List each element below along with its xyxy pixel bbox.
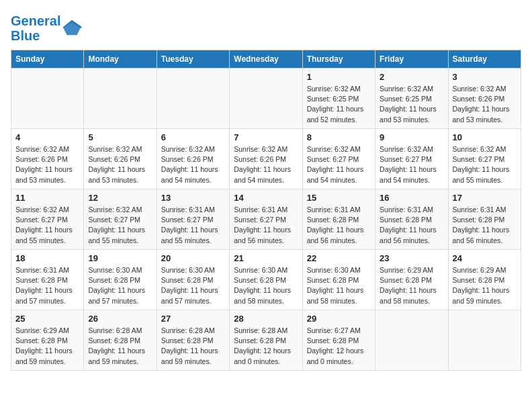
calendar-cell: 12Sunrise: 6:32 AM Sunset: 6:27 PM Dayli… xyxy=(84,189,157,250)
day-number: 1 xyxy=(307,72,371,82)
column-header-friday: Friday xyxy=(375,50,448,68)
calendar-cell xyxy=(157,68,229,129)
calendar-cell xyxy=(11,68,84,129)
column-header-wednesday: Wednesday xyxy=(230,50,302,68)
calendar-cell: 2Sunrise: 6:32 AM Sunset: 6:25 PM Daylig… xyxy=(375,68,448,129)
calendar-cell xyxy=(375,310,448,371)
day-detail: Sunrise: 6:30 AM Sunset: 6:28 PM Dayligh… xyxy=(88,265,152,306)
day-detail: Sunrise: 6:32 AM Sunset: 6:25 PM Dayligh… xyxy=(307,84,371,125)
calendar-header-row: SundayMondayTuesdayWednesdayThursdayFrid… xyxy=(11,50,521,68)
day-number: 12 xyxy=(88,193,152,203)
column-header-monday: Monday xyxy=(84,50,157,68)
day-detail: Sunrise: 6:29 AM Sunset: 6:28 PM Dayligh… xyxy=(15,326,79,367)
logo-text: General Blue xyxy=(11,13,60,43)
day-number: 18 xyxy=(15,253,79,263)
day-detail: Sunrise: 6:32 AM Sunset: 6:27 PM Dayligh… xyxy=(380,144,443,185)
calendar-table: SundayMondayTuesdayWednesdayThursdayFrid… xyxy=(11,50,521,371)
logo-icon xyxy=(63,19,82,38)
calendar-cell: 10Sunrise: 6:32 AM Sunset: 6:27 PM Dayli… xyxy=(448,129,521,189)
day-number: 25 xyxy=(15,314,79,324)
calendar-cell: 25Sunrise: 6:29 AM Sunset: 6:28 PM Dayli… xyxy=(11,310,84,371)
calendar-cell: 23Sunrise: 6:29 AM Sunset: 6:28 PM Dayli… xyxy=(375,250,448,310)
day-detail: Sunrise: 6:32 AM Sunset: 6:27 PM Dayligh… xyxy=(453,144,517,185)
day-number: 23 xyxy=(380,253,443,263)
day-detail: Sunrise: 6:28 AM Sunset: 6:28 PM Dayligh… xyxy=(161,326,225,367)
day-detail: Sunrise: 6:32 AM Sunset: 6:27 PM Dayligh… xyxy=(307,144,371,185)
day-number: 9 xyxy=(380,132,443,142)
day-detail: Sunrise: 6:32 AM Sunset: 6:26 PM Dayligh… xyxy=(15,144,79,185)
day-detail: Sunrise: 6:31 AM Sunset: 6:28 PM Dayligh… xyxy=(15,265,79,306)
day-number: 3 xyxy=(453,72,517,82)
calendar-cell: 28Sunrise: 6:28 AM Sunset: 6:28 PM Dayli… xyxy=(230,310,302,371)
day-detail: Sunrise: 6:31 AM Sunset: 6:28 PM Dayligh… xyxy=(453,205,517,246)
day-number: 22 xyxy=(307,253,371,263)
calendar-cell: 5Sunrise: 6:32 AM Sunset: 6:26 PM Daylig… xyxy=(84,129,157,189)
calendar-week-row: 1Sunrise: 6:32 AM Sunset: 6:25 PM Daylig… xyxy=(11,68,521,129)
day-detail: Sunrise: 6:27 AM Sunset: 6:28 PM Dayligh… xyxy=(307,326,371,367)
day-detail: Sunrise: 6:31 AM Sunset: 6:27 PM Dayligh… xyxy=(234,205,298,246)
column-header-saturday: Saturday xyxy=(448,50,521,68)
day-number: 20 xyxy=(161,253,225,263)
calendar-cell: 6Sunrise: 6:32 AM Sunset: 6:26 PM Daylig… xyxy=(157,129,229,189)
calendar-cell xyxy=(230,68,302,129)
column-header-tuesday: Tuesday xyxy=(157,50,229,68)
day-detail: Sunrise: 6:30 AM Sunset: 6:28 PM Dayligh… xyxy=(234,265,298,306)
calendar-week-row: 4Sunrise: 6:32 AM Sunset: 6:26 PM Daylig… xyxy=(11,129,521,189)
day-number: 26 xyxy=(88,314,152,324)
day-number: 14 xyxy=(234,193,298,203)
calendar-cell: 11Sunrise: 6:32 AM Sunset: 6:27 PM Dayli… xyxy=(11,189,84,250)
calendar-cell: 29Sunrise: 6:27 AM Sunset: 6:28 PM Dayli… xyxy=(302,310,375,371)
calendar-cell: 1Sunrise: 6:32 AM Sunset: 6:25 PM Daylig… xyxy=(302,68,375,129)
day-detail: Sunrise: 6:29 AM Sunset: 6:28 PM Dayligh… xyxy=(380,265,443,306)
calendar-cell: 26Sunrise: 6:28 AM Sunset: 6:28 PM Dayli… xyxy=(84,310,157,371)
calendar-week-row: 18Sunrise: 6:31 AM Sunset: 6:28 PM Dayli… xyxy=(11,250,521,310)
calendar-cell: 18Sunrise: 6:31 AM Sunset: 6:28 PM Dayli… xyxy=(11,250,84,310)
header: General Blue xyxy=(11,11,521,43)
day-detail: Sunrise: 6:28 AM Sunset: 6:28 PM Dayligh… xyxy=(234,326,298,367)
day-detail: Sunrise: 6:30 AM Sunset: 6:28 PM Dayligh… xyxy=(307,265,371,306)
day-number: 11 xyxy=(15,193,79,203)
calendar-cell xyxy=(448,310,521,371)
calendar-cell: 19Sunrise: 6:30 AM Sunset: 6:28 PM Dayli… xyxy=(84,250,157,310)
day-number: 19 xyxy=(88,253,152,263)
day-number: 8 xyxy=(307,132,371,142)
day-number: 4 xyxy=(15,132,79,142)
day-detail: Sunrise: 6:32 AM Sunset: 6:26 PM Dayligh… xyxy=(453,84,517,125)
calendar-cell: 8Sunrise: 6:32 AM Sunset: 6:27 PM Daylig… xyxy=(302,129,375,189)
calendar-cell: 4Sunrise: 6:32 AM Sunset: 6:26 PM Daylig… xyxy=(11,129,84,189)
day-detail: Sunrise: 6:32 AM Sunset: 6:25 PM Dayligh… xyxy=(380,84,443,125)
calendar-cell xyxy=(84,68,157,129)
day-detail: Sunrise: 6:30 AM Sunset: 6:28 PM Dayligh… xyxy=(161,265,225,306)
calendar-cell: 17Sunrise: 6:31 AM Sunset: 6:28 PM Dayli… xyxy=(448,189,521,250)
day-number: 13 xyxy=(161,193,225,203)
day-number: 6 xyxy=(161,132,225,142)
calendar-cell: 3Sunrise: 6:32 AM Sunset: 6:26 PM Daylig… xyxy=(448,68,521,129)
column-header-thursday: Thursday xyxy=(302,50,375,68)
logo: General Blue xyxy=(11,13,82,43)
day-number: 29 xyxy=(307,314,371,324)
day-number: 5 xyxy=(88,132,152,142)
day-detail: Sunrise: 6:31 AM Sunset: 6:28 PM Dayligh… xyxy=(380,205,443,246)
day-detail: Sunrise: 6:29 AM Sunset: 6:28 PM Dayligh… xyxy=(453,265,517,306)
day-detail: Sunrise: 6:32 AM Sunset: 6:26 PM Dayligh… xyxy=(161,144,225,185)
calendar-week-row: 11Sunrise: 6:32 AM Sunset: 6:27 PM Dayli… xyxy=(11,189,521,250)
day-detail: Sunrise: 6:32 AM Sunset: 6:27 PM Dayligh… xyxy=(15,205,79,246)
day-number: 27 xyxy=(161,314,225,324)
calendar-cell: 9Sunrise: 6:32 AM Sunset: 6:27 PM Daylig… xyxy=(375,129,448,189)
calendar-cell: 16Sunrise: 6:31 AM Sunset: 6:28 PM Dayli… xyxy=(375,189,448,250)
day-detail: Sunrise: 6:32 AM Sunset: 6:26 PM Dayligh… xyxy=(234,144,298,185)
calendar-week-row: 25Sunrise: 6:29 AM Sunset: 6:28 PM Dayli… xyxy=(11,310,521,371)
calendar-cell: 15Sunrise: 6:31 AM Sunset: 6:28 PM Dayli… xyxy=(302,189,375,250)
calendar-cell: 7Sunrise: 6:32 AM Sunset: 6:26 PM Daylig… xyxy=(230,129,302,189)
day-number: 28 xyxy=(234,314,298,324)
day-number: 21 xyxy=(234,253,298,263)
day-number: 15 xyxy=(307,193,371,203)
day-detail: Sunrise: 6:32 AM Sunset: 6:26 PM Dayligh… xyxy=(88,144,152,185)
day-detail: Sunrise: 6:31 AM Sunset: 6:27 PM Dayligh… xyxy=(161,205,225,246)
svg-marker-0 xyxy=(63,21,81,36)
day-detail: Sunrise: 6:32 AM Sunset: 6:27 PM Dayligh… xyxy=(88,205,152,246)
column-header-sunday: Sunday xyxy=(11,50,84,68)
day-number: 17 xyxy=(453,193,517,203)
day-number: 2 xyxy=(380,72,443,82)
day-number: 7 xyxy=(234,132,298,142)
